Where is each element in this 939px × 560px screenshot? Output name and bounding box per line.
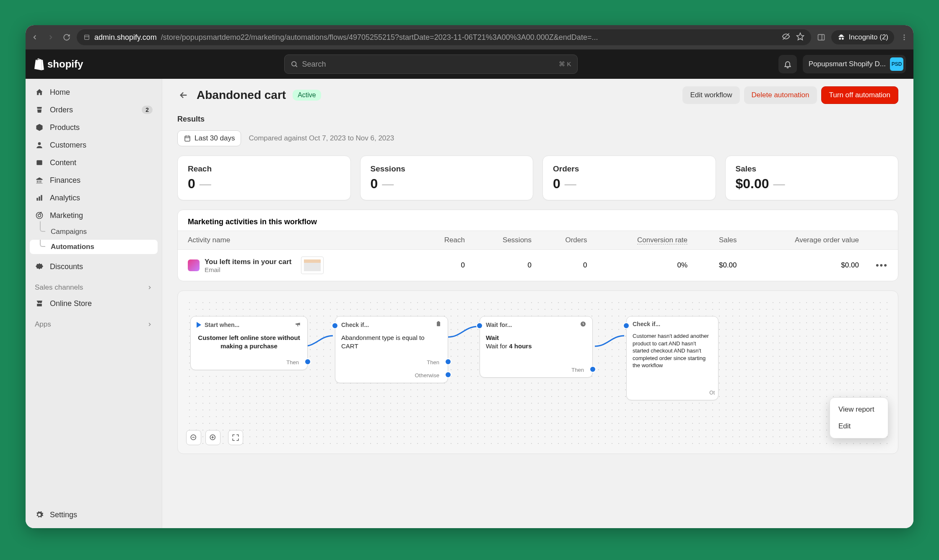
play-icon xyxy=(197,322,201,328)
metric-sessions: Sessions0— xyxy=(360,156,534,200)
megaphone-icon xyxy=(295,321,301,329)
clock-icon xyxy=(580,321,586,329)
svg-rect-23 xyxy=(437,322,440,327)
flow-node-check1[interactable]: Check if... Abandonment type is equal to… xyxy=(335,316,448,383)
menu-view-report[interactable]: View report xyxy=(830,401,888,418)
url-path: /store/popupsmartdemo22/marketing/automa… xyxy=(161,33,778,42)
browser-fwd-icon[interactable] xyxy=(47,33,55,41)
activities-card: Marketing activities in this workflow Ac… xyxy=(177,210,898,281)
sidebar-item-settings[interactable]: Settings xyxy=(30,506,158,523)
clipboard-icon xyxy=(435,321,442,329)
person-icon xyxy=(35,140,44,150)
store-icon xyxy=(35,299,44,308)
svg-line-10 xyxy=(296,65,297,67)
port-dot[interactable] xyxy=(623,322,630,329)
svg-rect-15 xyxy=(41,195,42,200)
sidebar-item-automations[interactable]: Automations xyxy=(30,240,158,254)
sidebar-item-marketing[interactable]: Marketing xyxy=(30,207,158,224)
target-icon xyxy=(35,211,44,220)
back-button[interactable] xyxy=(177,89,190,101)
metric-sales: Sales$0.00— xyxy=(725,156,899,200)
chevron-right-icon xyxy=(147,321,153,327)
flow-node-wait[interactable]: Wait for... WaitWait for 4 hours Then xyxy=(480,316,593,378)
row-context-menu: View report Edit xyxy=(830,397,888,438)
search-icon xyxy=(291,60,298,68)
port-dot[interactable] xyxy=(332,322,338,329)
browser-menu-icon[interactable] xyxy=(900,33,908,41)
metric-reach: Reach0— xyxy=(177,156,351,200)
edit-workflow-button[interactable]: Edit workflow xyxy=(682,86,739,104)
svg-rect-24 xyxy=(438,321,439,322)
svg-point-11 xyxy=(38,142,41,145)
svg-point-16 xyxy=(36,213,43,219)
sidebar-item-campaigns[interactable]: Campaigns xyxy=(30,225,158,239)
svg-rect-13 xyxy=(36,198,38,201)
gear-icon xyxy=(35,510,44,519)
svg-rect-19 xyxy=(185,136,190,141)
star-icon[interactable] xyxy=(796,32,804,43)
table-row[interactable]: You left items in your cartEmail 0 0 0 0… xyxy=(178,250,898,281)
activities-heading: Marketing activities in this workflow xyxy=(178,210,898,231)
home-icon xyxy=(35,88,44,97)
menu-edit[interactable]: Edit xyxy=(830,418,888,435)
svg-point-7 xyxy=(904,37,905,38)
port-dot[interactable] xyxy=(589,366,596,373)
port-dot[interactable] xyxy=(476,322,483,329)
sidepanel-icon[interactable] xyxy=(817,33,825,41)
sidebar-item-customers[interactable]: Customers xyxy=(30,137,158,153)
delete-automation-button[interactable]: Delete automation xyxy=(744,86,817,104)
sidebar-item-analytics[interactable]: Analytics xyxy=(30,189,158,206)
sidebar-item-online-store[interactable]: Online Store xyxy=(30,295,158,312)
bank-icon xyxy=(35,176,44,185)
sidebar-item-products[interactable]: Products xyxy=(30,119,158,136)
url-bar[interactable]: admin.shopify.com/store/popupsmartdemo22… xyxy=(77,29,811,45)
svg-point-9 xyxy=(292,62,296,66)
flow-node-start[interactable]: Start when... Customer left online store… xyxy=(190,316,308,370)
browser-reload-icon[interactable] xyxy=(62,33,71,41)
store-switcher[interactable]: Popupsmart Shopify D... PSD xyxy=(803,55,906,73)
hide-icon[interactable] xyxy=(782,32,790,43)
sidebar-item-discounts[interactable]: Discounts xyxy=(30,258,158,275)
bell-icon xyxy=(783,60,792,68)
date-range-picker[interactable]: Last 30 days xyxy=(177,130,241,146)
sidebar-item-content[interactable]: Content xyxy=(30,154,158,171)
turn-off-button[interactable]: Turn off automation xyxy=(821,86,898,104)
workflow-canvas[interactable]: Start when... Customer left online store… xyxy=(186,299,890,445)
compare-text: Compared against Oct 7, 2023 to Nov 6, 2… xyxy=(249,134,394,143)
activities-header-row: Activity name Reach Sessions Orders Conv… xyxy=(178,231,898,250)
app-topbar: shopify Search ⌘ K Popupsmart Shopify D.… xyxy=(26,49,913,79)
fit-button[interactable] xyxy=(228,430,243,445)
sidebar: Home Orders2 Products Customers Content … xyxy=(26,79,162,528)
search-shortcut: ⌘ K xyxy=(559,60,571,68)
svg-marker-3 xyxy=(796,33,804,40)
row-more-button[interactable]: ••• xyxy=(872,260,891,270)
page-title: Abandoned cart xyxy=(197,88,286,102)
notifications-button[interactable] xyxy=(778,55,797,73)
sidebar-item-orders[interactable]: Orders2 xyxy=(30,101,158,118)
analytics-icon xyxy=(35,193,44,202)
sidebar-section-apps[interactable]: Apps xyxy=(30,313,158,331)
browser-back-icon[interactable] xyxy=(31,33,39,41)
sidebar-item-home[interactable]: Home xyxy=(30,84,158,101)
orders-icon xyxy=(35,105,44,114)
port-dot[interactable] xyxy=(304,358,311,365)
sidebar-item-finances[interactable]: Finances xyxy=(30,172,158,189)
flow-node-check2[interactable]: Check if... Customer hasn't added anothe… xyxy=(626,316,719,400)
logo-text: shopify xyxy=(47,58,83,70)
shopify-logo[interactable]: shopify xyxy=(33,58,83,70)
zoom-out-button[interactable] xyxy=(186,430,201,445)
svg-rect-0 xyxy=(85,35,89,40)
port-dot[interactable] xyxy=(445,358,451,365)
port-dot[interactable] xyxy=(445,371,451,378)
metric-orders: Orders0— xyxy=(542,156,716,200)
sidebar-section-channels[interactable]: Sales channels xyxy=(30,276,158,294)
svg-rect-14 xyxy=(39,197,40,201)
zoom-in-button[interactable] xyxy=(205,430,220,445)
search-input[interactable]: Search ⌘ K xyxy=(284,54,578,74)
results-heading: Results xyxy=(177,109,898,130)
discount-icon xyxy=(35,262,44,271)
svg-point-17 xyxy=(38,214,41,217)
main-content: Abandoned cart Active Edit workflow Dele… xyxy=(162,79,913,528)
tag-icon xyxy=(35,123,44,132)
incognito-chip[interactable]: Incognito (2) xyxy=(831,30,895,44)
